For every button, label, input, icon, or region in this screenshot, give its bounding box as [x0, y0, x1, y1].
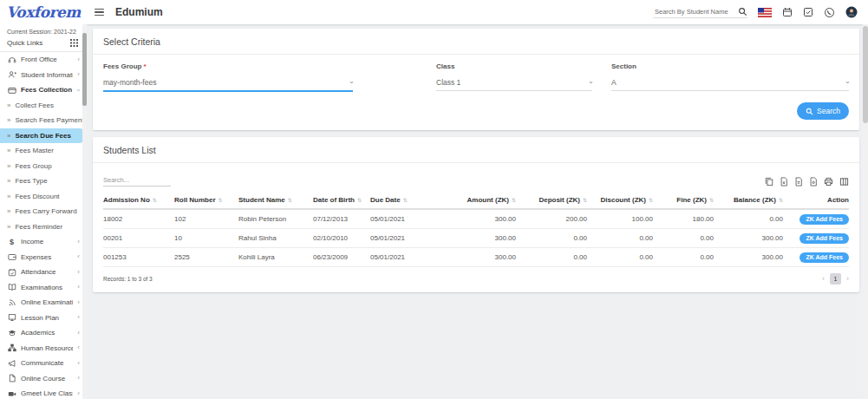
- sidebar-item-lesson-plan[interactable]: Lesson Plan: [0, 311, 87, 326]
- sidebar-subitem-search-due-fees[interactable]: Search Due Fees: [0, 128, 87, 144]
- sidebar-item-student-information[interactable]: Student Information: [0, 68, 87, 83]
- col-balance[interactable]: Balance (ZK): [717, 192, 786, 209]
- sidebar-subitem-fees-reminder[interactable]: Fees Reminder: [0, 219, 87, 235]
- table-header-row: Admission No Roll Number Student Name Da…: [103, 192, 849, 209]
- megaphone-icon: [7, 359, 16, 368]
- person-plus-icon: [7, 70, 16, 79]
- sidebar-subitem-fees-master[interactable]: Fees Master: [0, 143, 87, 159]
- add-fees-button[interactable]: ZK Add Fees: [799, 252, 849, 263]
- sidebar-item-label: Income: [21, 238, 73, 245]
- records-summary: Records: 1 to 3 of 3: [103, 276, 153, 282]
- col-fine[interactable]: Fine (ZK): [656, 192, 717, 209]
- cell-due-date: 05/01/2021: [370, 209, 450, 229]
- sidebar-item-label: Student Information: [21, 71, 73, 79]
- sidebar-subitem-fees-carry-forward[interactable]: Fees Carry Forward: [0, 204, 87, 219]
- sidebar-scrollbar-thumb[interactable]: [82, 33, 87, 106]
- search-button-label: Search: [817, 107, 840, 115]
- chevron-left-icon: [77, 375, 80, 382]
- class-select[interactable]: Class 1: [436, 78, 592, 91]
- sidebar-item-academics[interactable]: Academics: [0, 325, 87, 341]
- hamburger-menu-icon[interactable]: [95, 7, 104, 18]
- sidebar-subitem-fees-discount[interactable]: Fees Discount: [0, 189, 87, 205]
- fees-group-select[interactable]: may-month-fees: [103, 78, 353, 92]
- cell-discount: 0.00: [591, 229, 656, 248]
- col-deposit[interactable]: Deposit (ZK): [519, 192, 591, 209]
- sidebar-item-attendance[interactable]: Attendance: [0, 265, 87, 280]
- cell-discount: 100.00: [591, 209, 656, 229]
- print-icon[interactable]: [824, 177, 833, 186]
- sidebar-item-examinations[interactable]: Examinations: [0, 280, 87, 296]
- us-flag-icon[interactable]: [758, 8, 772, 17]
- sidebar-item-label: Front Office: [21, 56, 73, 63]
- sidebar-item-label: Communicate: [21, 359, 73, 367]
- table-search: [103, 170, 171, 186]
- calendar-icon[interactable]: [782, 7, 793, 17]
- col-date-of-birth[interactable]: Date of Birth: [313, 192, 370, 209]
- cell-date-of-birth: 06/23/2009: [313, 248, 370, 267]
- whatsapp-icon[interactable]: [824, 7, 835, 18]
- subitem-label: Fees Type: [15, 177, 47, 185]
- csv-export-icon[interactable]: [794, 177, 803, 186]
- section-select[interactable]: A: [611, 78, 849, 91]
- sidebar-item-gmeet-live-classes[interactable]: Gmeet Live Classes: [0, 386, 87, 399]
- search-icon[interactable]: [738, 7, 747, 16]
- sidebar-item-label: Lesson Plan: [21, 314, 73, 322]
- cell-due-date: 05/01/2021: [370, 248, 450, 267]
- logo[interactable]: Voxforem: [0, 0, 87, 24]
- class-label: Class: [436, 62, 592, 70]
- search-button[interactable]: Search: [797, 102, 849, 120]
- sidebar-item-front-office[interactable]: Front Office: [0, 52, 87, 68]
- col-roll-number[interactable]: Roll Number: [174, 192, 238, 209]
- cell-admission-no: 001253: [103, 248, 174, 267]
- column-visibility-icon[interactable]: [839, 177, 849, 186]
- sidebar-item-label: Gmeet Live Classes: [21, 389, 73, 397]
- students-list-title: Students List: [93, 137, 859, 163]
- sidebar-item-communicate[interactable]: Communicate: [0, 356, 87, 371]
- sidebar-subitem-collect-fees[interactable]: Collect Fees: [0, 98, 87, 114]
- col-due-date[interactable]: Due Date: [370, 192, 450, 209]
- grid-icon[interactable]: [70, 39, 78, 47]
- pagination-next-icon[interactable]: [846, 275, 849, 283]
- page-scrollbar-thumb[interactable]: [863, 26, 868, 123]
- col-discount[interactable]: Discount (ZK): [591, 192, 656, 209]
- copy-icon[interactable]: [765, 177, 773, 186]
- chevron-left-icon: [77, 390, 80, 397]
- col-student-name[interactable]: Student Name: [238, 192, 313, 209]
- pagination-page-1[interactable]: 1: [830, 273, 841, 285]
- subitem-label: Fees Reminder: [15, 223, 62, 231]
- sidebar-subitem-fees-group[interactable]: Fees Group: [0, 159, 87, 174]
- sidebar-item-online-course[interactable]: Online Course: [0, 371, 87, 387]
- add-fees-button[interactable]: ZK Add Fees: [799, 233, 849, 244]
- col-admission-no[interactable]: Admission No: [103, 192, 174, 209]
- topbar-actions: [653, 6, 858, 18]
- sidebar-scrollbar-track[interactable]: [82, 24, 87, 399]
- sidebar-item-human-resource[interactable]: Human Resource: [0, 341, 87, 356]
- subitem-label: Fees Master: [15, 147, 53, 154]
- sidebar-item-fees-collection[interactable]: Fees Collection: [0, 82, 87, 98]
- pdf-export-icon[interactable]: [809, 177, 818, 186]
- table-search-input[interactable]: [103, 174, 171, 186]
- chevron-left-icon: [77, 71, 80, 78]
- session-label: Current Session: 2021-22: [0, 24, 87, 36]
- chevron-left-icon: [77, 344, 80, 351]
- quick-links[interactable]: Quick Links: [0, 36, 87, 52]
- col-amount[interactable]: Amount (ZK): [450, 192, 519, 209]
- subitem-label: Search Fees Payment: [15, 116, 83, 124]
- students-table: Admission No Roll Number Student Name Da…: [103, 192, 849, 267]
- cell-amount: 300.00: [450, 209, 519, 229]
- tasks-icon[interactable]: [803, 7, 813, 17]
- sidebar-subitem-fees-type[interactable]: Fees Type: [0, 173, 87, 189]
- page-scrollbar-track[interactable]: [863, 24, 868, 399]
- excel-export-icon[interactable]: [780, 177, 788, 186]
- add-fees-button[interactable]: ZK Add Fees: [799, 214, 849, 225]
- pagination-prev-icon[interactable]: [822, 275, 825, 283]
- user-avatar[interactable]: [845, 6, 858, 18]
- sidebar-item-online-examinations[interactable]: Online Examinations: [0, 295, 87, 311]
- sidebar-item-income[interactable]: $ Income: [0, 234, 87, 250]
- file-icon: [7, 374, 16, 383]
- sidebar-subitem-search-fees-payment[interactable]: Search Fees Payment: [0, 113, 87, 128]
- sidebar-item-label: Human Resource: [21, 344, 73, 352]
- sidebar-item-expenses[interactable]: Expenses: [0, 250, 87, 265]
- cell-student-name: Rahul Sinha: [238, 229, 313, 248]
- student-search-input[interactable]: [653, 7, 733, 16]
